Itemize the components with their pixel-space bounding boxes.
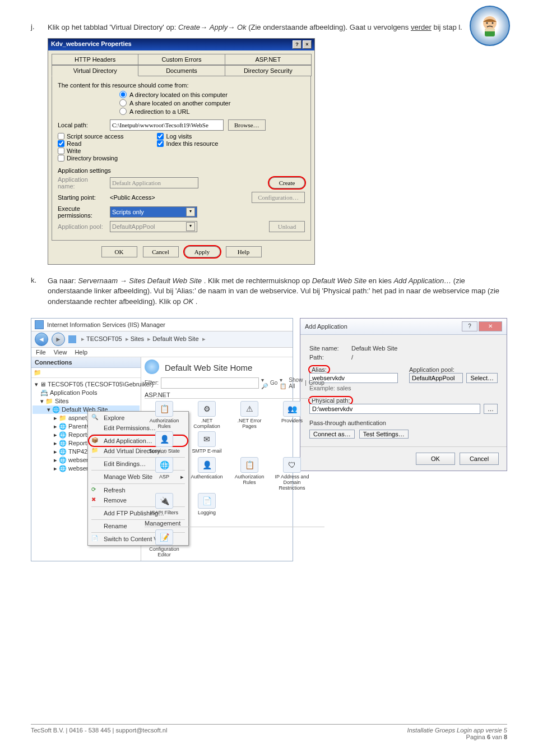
mascot-icon — [476, 12, 504, 40]
cancel-button[interactable]: Cancel — [143, 246, 179, 257]
apply-button[interactable]: Apply — [184, 246, 220, 257]
svg-point-0 — [483, 16, 497, 30]
physical-path-input[interactable] — [309, 404, 480, 414]
tab-row-top: HTTP Headers Custom Errors ASP.NET — [52, 54, 311, 65]
back-button[interactable]: ◄ — [35, 333, 48, 346]
page-footer: TecSoft B.V. | 0416 - 538 445 | support@… — [31, 724, 507, 740]
step-k: k. Ga naar: Servernaam → Sites Default W… — [31, 276, 507, 307]
showall-button[interactable]: Show All — [289, 377, 303, 389]
tab-http-headers[interactable]: HTTP Headers — [52, 54, 138, 65]
dialog-titlebar: Kdv_webservice Properties ? × — [48, 39, 314, 50]
browse-path-button[interactable]: … — [484, 404, 498, 414]
feature-icon[interactable]: 📝Configuration Editor — [145, 529, 184, 557]
view-icon: 📄 — [91, 535, 99, 543]
app-pool-select: DefaultAppPool▾ — [110, 221, 197, 232]
svg-point-2 — [492, 22, 494, 24]
exec-perm-select[interactable]: Scripts only▾ — [110, 206, 197, 218]
footer-doc-title: Installatie Groeps Login app versie 5 — [407, 727, 507, 734]
go-button[interactable]: Go — [270, 380, 277, 386]
category-aspnet: ASP.NET — [145, 391, 324, 399]
breadcrumb[interactable]: ▸TECSOFT05 ▸Sites ▸Default Web Site ▸ — [80, 335, 207, 343]
tab-directory-security[interactable]: Directory Security — [225, 65, 312, 76]
pass-through-auth-label: Pass-through authentication — [309, 420, 498, 426]
content-pane: Default Web Site Home Filter: ▾ 🔎Go ▾ 📋S… — [141, 357, 328, 561]
start-point-label: Starting point: — [58, 194, 105, 201]
site-name-label: Site name: — [309, 345, 351, 352]
cancel-button[interactable]: Cancel — [460, 453, 499, 465]
local-path-input[interactable] — [110, 119, 224, 131]
unload-button: Unload — [269, 221, 305, 232]
menu-file[interactable]: File — [36, 349, 46, 356]
select-pool-button[interactable]: Select… — [466, 373, 498, 383]
app-name-input — [110, 177, 198, 188]
iis-manager-window: Internet Information Services (IIS) Mana… — [31, 318, 293, 561]
radio-share[interactable] — [119, 99, 127, 107]
app-icon — [35, 320, 44, 329]
configuration-button: Configuration… — [252, 192, 305, 203]
app-icon: 📦 — [91, 437, 99, 445]
cb-write[interactable] — [58, 147, 64, 154]
tab-documents[interactable]: Documents — [138, 65, 225, 76]
document-page: j. Klik op het tabblad 'Virtual Director… — [0, 0, 538, 752]
feature-icon[interactable]: ✉SMTP E-mail — [187, 431, 226, 454]
feature-icon[interactable]: 🌐ASP — [145, 457, 184, 491]
footer-page: Pagina 6 van 8 — [407, 734, 507, 740]
tab-aspnet[interactable]: ASP.NET — [225, 54, 312, 65]
arrow-icon: → — [228, 23, 235, 31]
arrow-icon: → — [200, 23, 207, 31]
help-button[interactable]: Help — [226, 246, 262, 257]
feature-icon[interactable]: 🔌ISAPI Filters — [145, 493, 184, 515]
browse-button[interactable]: Browse… — [228, 119, 266, 131]
local-path-label: Local path: — [58, 122, 105, 128]
tree-server[interactable]: TECSOFT05 (TECSOFT05\Gebruiker) — [48, 381, 154, 388]
folder-icon[interactable]: 📁 — [34, 369, 41, 376]
menu-help[interactable]: Help — [75, 349, 87, 356]
ok-button[interactable]: OK — [416, 453, 455, 465]
brand-logo — [470, 6, 510, 46]
forward-button[interactable]: ► — [52, 333, 65, 346]
test-settings-button[interactable]: Test Settings… — [359, 430, 409, 439]
group-label: Group — [309, 380, 324, 386]
close-icon[interactable]: ✕ — [479, 321, 502, 331]
cb-log-visits[interactable] — [157, 133, 164, 140]
feature-icon[interactable]: ⚙.NET Compilation — [187, 401, 226, 429]
feature-icon[interactable]: 👤Authentication — [187, 457, 226, 491]
help-icon[interactable]: ? — [462, 321, 477, 331]
chevron-down-icon: ▾ — [186, 208, 195, 216]
cb-dir-browsing[interactable] — [58, 155, 64, 162]
filter-label: Filter: — [145, 380, 159, 386]
verder-link[interactable]: verder — [411, 23, 432, 31]
arrow-icon: → — [120, 276, 127, 285]
connections-header: Connections — [31, 357, 141, 368]
feature-icon[interactable]: 👥Providers — [272, 401, 312, 429]
cb-script-source[interactable] — [58, 133, 64, 140]
cb-read[interactable] — [58, 140, 64, 147]
close-icon[interactable]: × — [303, 40, 312, 49]
radio-url[interactable] — [119, 108, 127, 115]
feature-icon[interactable]: 📋Authorization Rules — [145, 401, 184, 429]
app-settings-header: Application settings — [58, 167, 305, 174]
tab-virtual-directory[interactable]: Virtual Directory — [52, 65, 138, 76]
feature-icon[interactable]: ⚠.NET Error Pages — [230, 401, 269, 429]
help-icon[interactable]: ? — [293, 40, 302, 49]
menu-view[interactable]: View — [54, 349, 67, 356]
menubar: File View Help — [31, 348, 293, 357]
dialog-title: Kdv_webservice Properties — [51, 40, 132, 49]
step-j: j. Klik op het tabblad 'Virtual Director… — [31, 22, 507, 33]
feature-icon[interactable]: 👤Session State — [145, 431, 184, 454]
tree-app-pools[interactable]: Application Pools — [50, 389, 97, 396]
feature-icon[interactable]: 📄Logging — [187, 493, 226, 515]
feature-icon[interactable]: 🛡IP Address and Domain Restrictions — [272, 457, 312, 491]
step-letter: j. — [31, 22, 48, 33]
svg-point-1 — [486, 22, 488, 24]
cb-index[interactable] — [157, 140, 164, 147]
radio-local-dir[interactable] — [119, 91, 127, 98]
ok-button[interactable]: OK — [101, 246, 137, 257]
tab-custom-errors[interactable]: Custom Errors — [138, 54, 225, 65]
filter-input[interactable] — [161, 377, 259, 389]
tree-sites[interactable]: Sites — [55, 398, 68, 404]
create-button[interactable]: Create — [269, 177, 305, 188]
feature-icon[interactable]: 📋Authorization Rules — [230, 457, 269, 491]
app-name-label: Application name: — [58, 176, 105, 190]
remove-icon: ✖ — [91, 496, 99, 504]
